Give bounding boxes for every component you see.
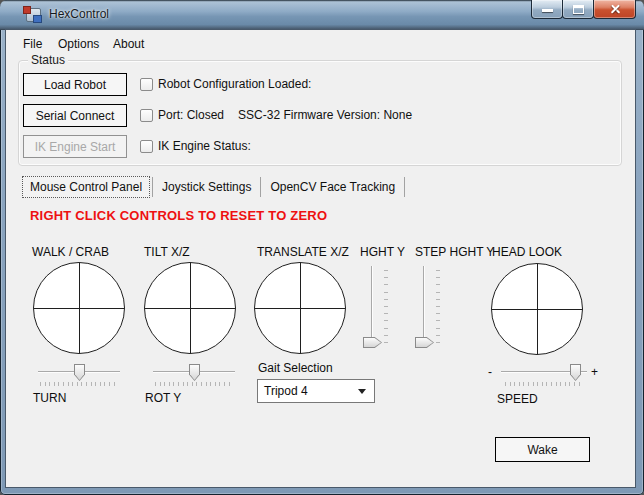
- hght-y-slider-thumb[interactable]: [363, 337, 382, 348]
- maximize-icon: [573, 5, 584, 14]
- wake-button[interactable]: Wake: [495, 437, 590, 462]
- tab-opencv-face-tracking[interactable]: OpenCV Face Tracking: [263, 177, 402, 197]
- rot-y-slider-ticks: [155, 382, 233, 386]
- client-area: File Options About Status Load Robot Ser…: [6, 30, 635, 487]
- rot-y-label: ROT Y: [145, 391, 181, 405]
- rot-y-slider-thumb[interactable]: [189, 364, 200, 381]
- crosshair-horizontal: [255, 308, 345, 309]
- step-hght-y-slider-ticks: [436, 270, 440, 348]
- reset-warning-text: RIGHT CLICK CONTROLS TO RESET TO ZERO: [30, 208, 327, 223]
- tab-separator: [404, 177, 405, 197]
- app-window: HexControl File Options About Status Loa…: [0, 0, 644, 495]
- tilt-label: TILT X/Z: [144, 245, 190, 259]
- port-label: Port: Closed: [158, 108, 224, 122]
- close-button[interactable]: [593, 0, 636, 19]
- titlebar[interactable]: HexControl: [0, 0, 644, 30]
- crosshair-horizontal: [145, 308, 235, 309]
- walk-crab-label: WALK / CRAB: [32, 245, 109, 259]
- caption-buttons: [532, 0, 636, 19]
- hght-y-label: HGHT Y: [360, 245, 405, 259]
- crosshair-horizontal: [34, 308, 124, 309]
- translate-label: TRANSLATE X/Z: [257, 245, 349, 259]
- menu-options[interactable]: Options: [54, 35, 103, 53]
- menu-bar: File Options About: [6, 30, 635, 56]
- gait-selection-combobox[interactable]: Tripod 4: [257, 379, 375, 403]
- window-title: HexControl: [49, 7, 109, 21]
- ik-status-label: IK Engine Status:: [158, 140, 251, 153]
- robot-config-checkbox[interactable]: [140, 78, 153, 91]
- hght-y-slider-track[interactable]: [371, 266, 373, 348]
- serial-connect-button[interactable]: Serial Connect: [23, 104, 127, 127]
- port-status-checkbox[interactable]: [140, 109, 153, 122]
- chevron-down-icon: [358, 389, 366, 394]
- load-robot-button[interactable]: Load Robot: [23, 73, 127, 96]
- tab-joystick-settings[interactable]: Joystick Settings: [155, 177, 258, 197]
- minimize-button[interactable]: [531, 0, 563, 19]
- gait-selection-label: Gait Selection: [258, 361, 333, 375]
- minimize-icon: [542, 9, 553, 12]
- head-look-label: HEAD LOOK: [492, 245, 562, 259]
- tab-mouse-control-panel[interactable]: Mouse Control Panel: [22, 176, 150, 198]
- port-status-label: Port: ClosedSSC-32 Firmware Version: Non…: [158, 109, 412, 122]
- tab-separator: [152, 177, 153, 197]
- tab-strip: Mouse Control Panel Joystick Settings Op…: [22, 176, 407, 198]
- speed-plus-label: +: [591, 365, 598, 379]
- menu-file[interactable]: File: [19, 35, 46, 53]
- gait-selection-value: Tripod 4: [264, 384, 308, 398]
- hght-y-slider-ticks: [384, 270, 388, 348]
- turn-slider-thumb[interactable]: [74, 364, 85, 381]
- ik-status-checkbox[interactable]: [140, 140, 153, 153]
- turn-label: TURN: [33, 391, 66, 405]
- menu-about[interactable]: About: [109, 35, 148, 53]
- status-groupbox-title: Status: [28, 53, 68, 67]
- crosshair-horizontal: [492, 309, 582, 310]
- maximize-button[interactable]: [562, 0, 594, 19]
- speed-minus-label: -: [488, 365, 492, 379]
- head-look-joystick[interactable]: [491, 263, 583, 355]
- speed-label: SPEED: [497, 392, 538, 406]
- close-icon: [610, 4, 621, 15]
- step-hght-y-slider-thumb[interactable]: [415, 337, 434, 348]
- step-hght-y-slider-track[interactable]: [423, 266, 425, 348]
- firmware-label: SSC-32 Firmware Version: None: [238, 108, 412, 122]
- speed-slider-thumb[interactable]: [570, 364, 581, 381]
- translate-joystick[interactable]: [254, 262, 346, 354]
- ik-engine-start-button[interactable]: IK Engine Start: [23, 135, 127, 158]
- tilt-joystick[interactable]: [144, 262, 236, 354]
- robot-config-label: Robot Configuration Loaded:: [158, 78, 311, 91]
- speed-slider-ticks: [505, 382, 583, 386]
- turn-slider-ticks: [40, 382, 118, 386]
- app-icon: [26, 8, 41, 22]
- step-hght-y-label: STEP HGHT Y: [415, 245, 494, 259]
- tab-separator: [260, 177, 261, 197]
- walk-crab-joystick[interactable]: [33, 262, 125, 354]
